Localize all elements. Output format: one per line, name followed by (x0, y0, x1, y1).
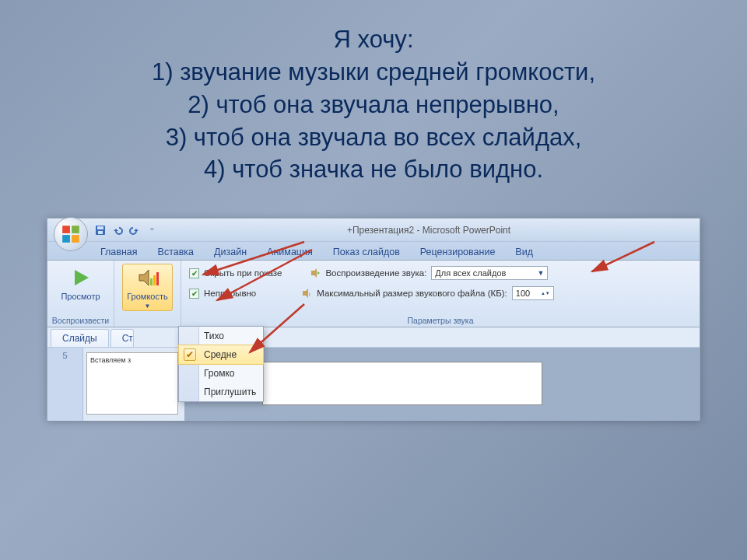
thumbnail-panel: Вставляем з (83, 348, 184, 421)
group-label-params: Параметры звука (189, 316, 692, 325)
editor-pane: 5 Вставляем з (47, 348, 700, 421)
group-label-preview: Воспроизвести (47, 316, 114, 325)
maxsize-input[interactable]: 100 ▲▼ (512, 286, 554, 300)
svg-rect-0 (62, 226, 70, 233)
speaker-icon (135, 265, 160, 290)
ribbon: Просмотр Воспроизвести Громкость ▼ (47, 261, 700, 327)
thumb-gutter: 5 (47, 348, 83, 421)
sound-options: ✔ Скрыть при показе Воспроизведение звук… (181, 261, 700, 327)
line-1: 1) звучание музыки средней громкости (152, 58, 588, 86)
svg-marker-8 (139, 270, 149, 285)
line-4: 4) чтоб значка не было видно (204, 156, 536, 183)
svg-marker-14 (303, 289, 308, 298)
pane-tabs: Слайды Стр (47, 327, 700, 348)
volume-item-quiet[interactable]: Тихо (179, 327, 263, 345)
preview-button[interactable]: Просмотр (56, 264, 104, 303)
line-3: 3) чтоб она звучала во всех слайдах (166, 124, 575, 151)
undo-icon[interactable] (111, 224, 124, 236)
hide-checkbox[interactable]: ✔ (189, 268, 199, 278)
svg-rect-5 (97, 226, 103, 229)
maxsize-label: Максимальный размер звукового файла (КБ)… (317, 289, 507, 298)
slide-thumbnail[interactable]: Вставляем з (86, 352, 178, 415)
sound-play-icon (310, 268, 321, 278)
svg-marker-13 (317, 271, 320, 275)
slide-canvas[interactable] (262, 362, 542, 405)
heading: Я хочу (334, 26, 407, 53)
instruction-text: Я хочу: 1) звучание музыки средней громк… (0, 0, 747, 186)
svg-rect-10 (153, 275, 156, 285)
loop-label: Непрерывно (204, 289, 256, 298)
volume-dropdown: Тихо ✔ Средне Громко Приглушить (178, 326, 264, 402)
quick-access-toolbar: ⁼ (94, 224, 158, 236)
play-icon (68, 265, 93, 290)
title-bar: ⁼ +Презентация2 - Microsoft PowerPoint (47, 219, 700, 242)
office-button[interactable] (54, 217, 88, 251)
redo-icon[interactable] (128, 224, 141, 236)
hide-label: Скрыть при показе (204, 268, 282, 278)
tab-home[interactable]: Главная (94, 244, 144, 260)
svg-rect-6 (98, 231, 103, 234)
svg-marker-7 (75, 270, 89, 285)
ribbon-tabs: Главная Вставка Дизайн Анимация Показ сл… (47, 242, 700, 261)
group-preview: Просмотр Воспроизвести (47, 261, 114, 327)
tab-review[interactable]: Рецензирование (414, 244, 502, 260)
qat-more-icon[interactable]: ⁼ (146, 224, 158, 236)
line-2: 2) чтоб она звучала непрерывно (188, 91, 552, 118)
tab-slideshow[interactable]: Показ слайдов (327, 244, 406, 260)
powerpoint-window: ⁼ +Презентация2 - Microsoft PowerPoint Г… (47, 218, 700, 420)
playback-label: Воспроизведение звука: (325, 268, 426, 278)
playback-combo[interactable]: Для всех слайдов ▼ (431, 266, 548, 280)
save-icon[interactable] (94, 224, 107, 236)
svg-rect-9 (150, 278, 153, 285)
svg-rect-3 (72, 235, 79, 243)
tab-view[interactable]: Вид (509, 244, 539, 260)
tab-insert[interactable]: Вставка (152, 244, 200, 260)
slide-number: 5 (62, 351, 67, 360)
tab-animation[interactable]: Анимация (261, 244, 319, 260)
svg-text:i: i (309, 291, 310, 298)
svg-marker-12 (311, 268, 317, 278)
svg-rect-11 (156, 272, 159, 285)
check-icon: ✔ (184, 348, 196, 361)
tab-design[interactable]: Дизайн (208, 244, 253, 260)
loop-checkbox[interactable]: ✔ (189, 289, 199, 299)
office-logo-icon (61, 224, 81, 244)
volume-item-medium[interactable]: ✔ Средне (178, 345, 264, 365)
window-title: +Презентация2 - Microsoft PowerPoint (158, 225, 700, 236)
svg-rect-2 (62, 235, 70, 243)
volume-item-mute[interactable]: Приглушить (179, 383, 263, 401)
filesize-icon: i (301, 288, 312, 299)
chevron-down-icon: ▼ (145, 303, 151, 310)
volume-button[interactable]: Громкость ▼ (122, 264, 172, 311)
volume-item-loud[interactable]: Громко (179, 364, 263, 383)
tab-slides[interactable]: Слайды (51, 329, 109, 347)
svg-rect-1 (72, 226, 79, 233)
chevron-down-icon: ▼ (532, 269, 544, 277)
group-volume: Громкость ▼ (114, 261, 181, 327)
tab-structure[interactable]: Стр (110, 329, 134, 347)
